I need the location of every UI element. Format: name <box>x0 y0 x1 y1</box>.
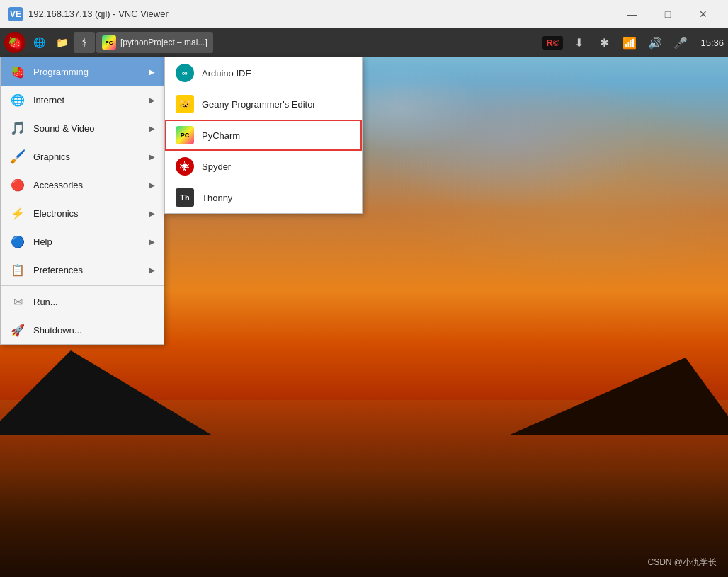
submenu-item-thonny[interactable]: Th Thonny <box>165 182 362 213</box>
menu-divider <box>1 285 164 286</box>
download-icon[interactable]: ⬇ <box>569 33 588 52</box>
title-bar: VE 192.168.137.13 (qjl) - VNC Viewer — □… <box>0 0 728 28</box>
electronics-label: Electronics <box>33 208 149 219</box>
spyder-label: Spyder <box>202 161 231 172</box>
sound-video-arrow: ▶ <box>149 125 155 132</box>
spyder-icon: 🕷 <box>175 156 195 176</box>
menu-item-help[interactable]: 🔵 Help ▶ <box>1 227 164 256</box>
window-title: 192.168.137.13 (qjl) - VNC Viewer <box>28 8 616 19</box>
preferences-label: Preferences <box>33 265 149 275</box>
accessories-icon: 🔴 <box>9 176 26 193</box>
pycharm-label: PyCharm <box>202 130 240 141</box>
help-arrow: ▶ <box>149 238 155 246</box>
programming-arrow: ▶ <box>149 68 155 76</box>
pycharm-taskbar-icon: PC <box>102 35 116 50</box>
mountains <box>0 350 728 435</box>
graphics-icon: 🖌️ <box>9 148 26 165</box>
geany-label: Geany Programmer's Editor <box>202 99 316 110</box>
vnc-icon: VE <box>8 7 23 21</box>
menu-item-shutdown[interactable]: 🚀 Shutdown... <box>1 316 164 344</box>
mountain-left <box>0 350 212 435</box>
accessories-label: Accessories <box>33 180 149 190</box>
run-icon: ✉ <box>9 293 26 310</box>
rc-icon: R© <box>542 36 563 50</box>
electronics-arrow: ▶ <box>149 210 155 217</box>
internet-label: Internet <box>33 95 149 105</box>
menu-item-accessories[interactable]: 🔴 Accessories ▶ <box>1 171 164 199</box>
help-label: Help <box>33 236 149 247</box>
bluetooth-icon[interactable]: ✱ <box>594 33 614 52</box>
shutdown-label: Shutdown... <box>33 325 155 336</box>
watermark: CSDN @小仇学长 <box>647 556 717 569</box>
programming-label: Programming <box>33 67 149 77</box>
mountain-right <box>508 358 728 435</box>
electronics-icon: ⚡ <box>9 205 26 222</box>
menu-item-electronics[interactable]: ⚡ Electronics ▶ <box>1 199 164 227</box>
arduino-icon: ∞ <box>175 63 195 83</box>
graphics-label: Graphics <box>33 152 149 162</box>
menu-item-internet[interactable]: 🌐 Internet ▶ <box>1 86 164 114</box>
pycharm-taskbar-app[interactable]: PC [pythonProject – mai...] <box>96 32 213 53</box>
shutdown-icon: 🚀 <box>9 321 26 338</box>
preferences-arrow: ▶ <box>149 266 155 274</box>
submenu-item-pycharm[interactable]: PC PyCharm <box>165 120 362 151</box>
geany-icon: 🐱 <box>175 94 195 114</box>
folder-button[interactable]: 📁 <box>51 32 72 53</box>
preferences-icon: 📋 <box>9 261 26 278</box>
globe-button[interactable]: 🌐 <box>28 32 50 53</box>
submenu-item-geany[interactable]: 🐱 Geany Programmer's Editor <box>165 88 362 120</box>
window-controls: — □ ✕ <box>616 4 720 25</box>
terminal-button[interactable]: $ <box>74 32 95 53</box>
menu-item-graphics[interactable]: 🖌️ Graphics ▶ <box>1 142 164 171</box>
taskbar-right: R© ⬇ ✱ 📶 🔊 🎤 15:36 <box>542 33 724 52</box>
programming-icon: 🍓 <box>9 63 26 80</box>
arduino-label: Arduino IDE <box>202 68 251 79</box>
wifi-icon[interactable]: 📶 <box>620 33 639 52</box>
graphics-arrow: ▶ <box>149 153 155 161</box>
internet-icon: 🌐 <box>9 91 26 108</box>
menu-item-preferences[interactable]: 📋 Preferences ▶ <box>1 256 164 284</box>
thonny-label: Thonny <box>202 193 232 203</box>
sound-video-icon: 🎵 <box>9 120 26 137</box>
clock: 15:36 <box>696 38 724 48</box>
pycharm-taskbar-label: [pythonProject – mai...] <box>120 38 207 47</box>
programming-submenu: ∞ Arduino IDE 🐱 Geany Programmer's Edito… <box>164 57 363 214</box>
volume-icon[interactable]: 🔊 <box>645 33 665 52</box>
submenu-item-arduino[interactable]: ∞ Arduino IDE <box>165 57 362 88</box>
raspberry-menu-button[interactable]: 🍓 <box>4 32 25 53</box>
run-label: Run... <box>33 297 155 307</box>
pycharm-icon: PC <box>175 125 195 145</box>
submenu-item-spyder[interactable]: 🕷 Spyder <box>165 151 362 182</box>
mic-icon[interactable]: 🎤 <box>671 33 690 52</box>
menu-item-run[interactable]: ✉ Run... <box>1 287 164 316</box>
help-icon: 🔵 <box>9 233 26 250</box>
taskbar: 🍓 🌐 📁 $ PC [pythonProject – mai...] R© ⬇… <box>0 28 728 57</box>
maximize-button[interactable]: □ <box>652 4 684 25</box>
internet-arrow: ▶ <box>149 96 155 104</box>
close-button[interactable]: ✕ <box>687 4 720 25</box>
sound-video-label: Sound & Video <box>33 123 149 134</box>
menu-item-sound-video[interactable]: 🎵 Sound & Video ▶ <box>1 114 164 142</box>
thonny-icon: Th <box>175 188 195 207</box>
main-menu: 🍓 Programming ▶ 🌐 Internet ▶ 🎵 Sound & V… <box>0 57 164 345</box>
accessories-arrow: ▶ <box>149 181 155 189</box>
menu-item-programming[interactable]: 🍓 Programming ▶ <box>1 57 164 86</box>
minimize-button[interactable]: — <box>616 4 649 25</box>
